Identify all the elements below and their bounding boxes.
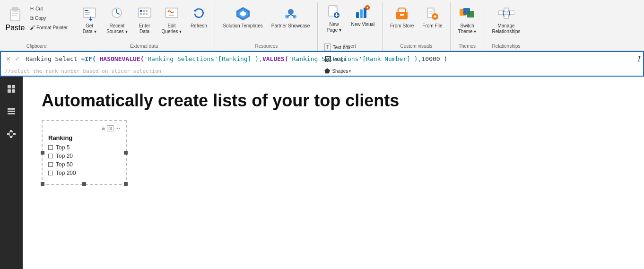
switch-theme-label: SwitchTheme ▾	[458, 23, 477, 35]
svg-rect-49	[467, 11, 474, 17]
slicer-item-label-top50: Top 50	[56, 161, 73, 168]
recent-sources-button[interactable]: RecentSources ▾	[103, 3, 131, 41]
svg-rect-33	[360, 9, 363, 18]
enter-data-button[interactable]: EnterData	[132, 3, 157, 41]
formula-bar-actions: ✕ ✓	[4, 54, 22, 63]
from-store-label: From Store	[390, 23, 414, 29]
new-visual-icon	[355, 5, 370, 20]
clipboard-label: Clipboard	[0, 43, 73, 49]
slicer-item-top5[interactable]: Top 5	[48, 144, 120, 151]
formula-if: IF(	[85, 55, 96, 62]
copy-button[interactable]: ⧉ Copy	[28, 13, 69, 23]
slicer-checkbox-top5[interactable]	[48, 145, 53, 150]
solution-templates-button[interactable]: Solution Templates	[219, 3, 266, 41]
from-store-icon	[394, 6, 409, 21]
slicer-item-top200[interactable]: Top 200	[48, 170, 120, 176]
paste-icon	[8, 6, 22, 23]
formula-arg1: 'Ranking Selections'[Ranking] ),	[144, 55, 262, 62]
formula-cancel-button[interactable]: ✕	[4, 54, 13, 63]
slicer-checkbox-top50[interactable]	[48, 162, 53, 167]
manage-relationships-button[interactable]: ManageRelationships	[488, 3, 524, 41]
data-view-icon[interactable]	[3, 103, 20, 120]
slicer-item-label-top20: Top 20	[56, 153, 73, 159]
report-view-icon[interactable]	[3, 80, 20, 97]
partner-showcase-icon	[283, 6, 298, 21]
left-nav	[0, 77, 23, 269]
shapes-button[interactable]: ⬟ Shapes ▾	[322, 65, 354, 77]
solution-templates-icon	[235, 6, 251, 21]
svg-rect-41	[432, 8, 434, 10]
image-button[interactable]: 🖼 Image	[322, 53, 354, 65]
clipboard-section: Paste ✂ Cut ⧉ Copy 🖌 Format Painter Clip…	[0, 2, 73, 51]
svg-rect-52	[504, 15, 509, 18]
svg-rect-16	[146, 13, 148, 15]
get-data-icon	[82, 6, 96, 21]
refresh-button[interactable]: Refresh	[186, 3, 211, 41]
formula-hasonevalue: HASONEVALUE(	[100, 55, 144, 62]
format-painter-icon: 🖌	[30, 25, 35, 30]
svg-rect-7	[85, 12, 90, 13]
custom-visuals-label: Custom visuals	[383, 43, 450, 49]
formula-assignment: Ranking Select =	[26, 55, 85, 62]
slicer-checkbox-top200[interactable]	[48, 171, 53, 175]
svg-rect-51	[504, 8, 509, 12]
new-page-label: NewPage ▾	[327, 22, 341, 33]
partner-showcase-button[interactable]: Partner Showcase	[268, 3, 314, 41]
svg-rect-14	[140, 13, 142, 15]
slicer-item-top20[interactable]: Top 20	[48, 153, 120, 159]
new-visual-button[interactable]: New Visual	[347, 2, 378, 40]
slicer-resize-br[interactable]	[124, 182, 128, 186]
svg-line-71	[12, 131, 13, 134]
svg-rect-12	[143, 10, 145, 12]
slicer-resize-ml[interactable]	[41, 151, 44, 155]
from-store-button[interactable]: From Store	[386, 3, 418, 41]
format-painter-button[interactable]: 🖌 Format Painter	[28, 23, 69, 32]
slicer-more-options-icon[interactable]: ···	[115, 125, 120, 131]
canvas-area: Automatically create lists of your top c…	[23, 77, 644, 269]
cut-button[interactable]: ✂ Cut	[28, 4, 69, 13]
clipboard-small-buttons: ✂ Cut ⧉ Copy 🖌 Format Painter	[28, 4, 69, 32]
slicer-item-top50[interactable]: Top 50	[48, 161, 120, 168]
insert-section: NewPage ▾ New Visual T	[318, 2, 383, 51]
svg-rect-6	[85, 10, 88, 11]
new-page-button[interactable]: NewPage ▾	[322, 2, 346, 40]
switch-theme-icon	[459, 6, 476, 21]
shapes-icon: ⬟	[324, 67, 330, 75]
slicer-resize-mr[interactable]	[124, 151, 128, 155]
switch-theme-button[interactable]: SwitchTheme ▾	[454, 3, 480, 41]
edit-queries-label: EditQueries ▾	[162, 23, 182, 35]
from-file-label: From File	[422, 23, 442, 29]
refresh-icon	[191, 6, 206, 21]
relationship-view-icon[interactable]	[3, 126, 20, 143]
formula-confirm-button[interactable]: ✓	[13, 54, 22, 63]
paste-label: Paste	[6, 24, 25, 32]
slicer-visual-header-icon[interactable]: ⊡	[107, 125, 113, 131]
new-page-icon	[327, 5, 340, 20]
svg-rect-68	[13, 133, 16, 135]
slicer-item-label-top5: Top 5	[56, 144, 70, 151]
slicer-lines-icon[interactable]: ≡	[102, 125, 105, 131]
svg-rect-15	[143, 13, 145, 15]
svg-rect-53	[510, 11, 514, 15]
data-view-svg	[7, 107, 16, 116]
new-visual-label: New Visual	[351, 22, 374, 27]
from-file-button[interactable]: From File	[418, 3, 446, 41]
paste-button[interactable]: Paste	[4, 4, 26, 33]
edit-queries-icon	[165, 6, 179, 21]
themes-section: SwitchTheme ▾ Themes	[451, 2, 485, 51]
resources-section: Solution Templates Partner Showcase Reso…	[215, 2, 318, 51]
external-data-label: External data	[73, 43, 215, 49]
slicer-item-label-top200: Top 200	[56, 170, 76, 176]
slicer-toolbar: ≡ ⊡ ···	[48, 125, 120, 131]
slicer-resize-bm[interactable]	[82, 182, 86, 186]
get-data-button[interactable]: GetData ▾	[77, 3, 102, 41]
copy-icon: ⧉	[30, 15, 34, 21]
svg-line-57	[509, 13, 510, 17]
svg-rect-67	[10, 136, 12, 138]
edit-queries-button[interactable]: EditQueries ▾	[158, 3, 186, 41]
svg-line-55	[503, 13, 504, 17]
svg-rect-28	[335, 6, 337, 8]
slicer-checkbox-top20[interactable]	[48, 154, 53, 158]
svg-rect-61	[12, 89, 15, 93]
slicer-resize-bl[interactable]	[41, 182, 44, 186]
